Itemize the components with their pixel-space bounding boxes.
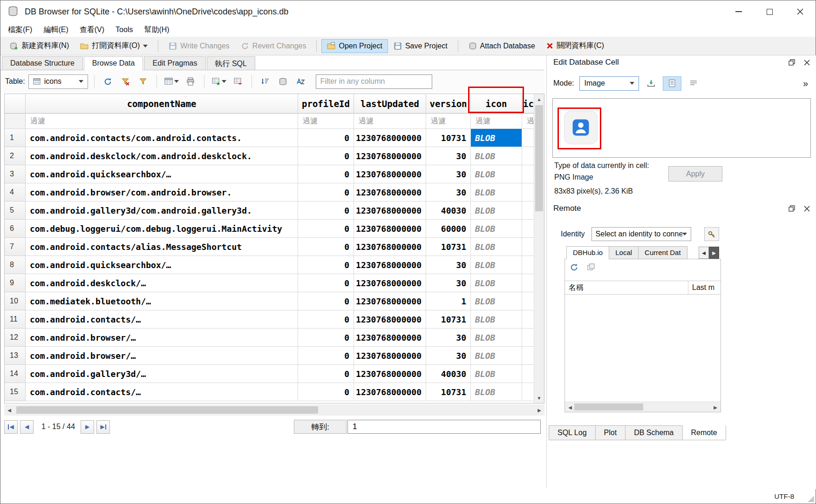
- data-cell[interactable]: BLOB: [471, 274, 522, 292]
- write-changes-button[interactable]: Write Changes: [163, 39, 235, 53]
- data-cell[interactable]: [522, 310, 534, 329]
- data-cell[interactable]: [522, 147, 534, 165]
- data-cell[interactable]: BLOB: [471, 292, 522, 310]
- data-cell[interactable]: com.android.contacts/…: [26, 310, 298, 329]
- more-tools-chevron[interactable]: »: [803, 78, 810, 89]
- refresh-button[interactable]: [101, 74, 115, 89]
- data-cell[interactable]: 0: [298, 310, 354, 329]
- data-cell[interactable]: [522, 347, 534, 365]
- column-filter-input[interactable]: 過濾: [354, 114, 426, 129]
- data-cell[interactable]: com.android.browser/com.android.browser.: [26, 183, 298, 202]
- tab-browse-data[interactable]: Browse Data: [84, 56, 143, 70]
- data-cell[interactable]: com.android.contacts/alias.MessageShortc…: [26, 238, 298, 256]
- data-cell[interactable]: 30: [426, 256, 471, 274]
- hscroll-thumb[interactable]: [16, 406, 318, 414]
- sort-records-button[interactable]: [258, 74, 272, 89]
- scroll-down-icon[interactable]: ▼: [534, 393, 544, 403]
- next-page-button[interactable]: ▶: [81, 420, 94, 434]
- dock-tab-sql-log[interactable]: SQL Log: [549, 425, 596, 440]
- delete-record-button[interactable]: [231, 74, 245, 89]
- column-header-profileid[interactable]: profileId: [298, 94, 354, 114]
- data-cell[interactable]: BLOB: [471, 220, 522, 238]
- row-number[interactable]: 2: [5, 147, 26, 165]
- data-cell[interactable]: [522, 202, 534, 220]
- row-number[interactable]: 3: [5, 165, 26, 183]
- data-cell[interactable]: [522, 383, 534, 401]
- data-cell[interactable]: [522, 329, 534, 347]
- column-header-lastupdated[interactable]: lastUpdated: [354, 94, 426, 114]
- data-cell[interactable]: 0: [298, 347, 354, 365]
- attach-database-button[interactable]: Attach Database: [463, 39, 541, 53]
- first-page-button[interactable]: ◀: [4, 420, 18, 434]
- table-select[interactable]: icons: [28, 74, 88, 89]
- data-cell[interactable]: 0: [298, 165, 354, 183]
- data-cell[interactable]: BLOB: [471, 383, 522, 401]
- data-cell[interactable]: com.android.browser/…: [26, 347, 298, 365]
- tab-sql[interactable]: 執行 SQL: [207, 56, 255, 70]
- data-cell[interactable]: 30: [426, 347, 471, 365]
- row-number[interactable]: 6: [5, 220, 26, 238]
- data-cell[interactable]: 40030: [426, 365, 471, 383]
- data-cell[interactable]: [522, 365, 534, 383]
- row-number[interactable]: 12: [5, 329, 26, 347]
- data-cell[interactable]: com.android.deskclock/com.android.deskcl…: [26, 147, 298, 165]
- data-cell[interactable]: com.android.gallery3d/…: [26, 365, 298, 383]
- menu-item[interactable]: 編輯(E): [38, 24, 74, 36]
- data-cell[interactable]: 0: [298, 274, 354, 292]
- data-cell[interactable]: [522, 274, 534, 292]
- data-cell[interactable]: [522, 256, 534, 274]
- remote-hscroll-thumb[interactable]: [574, 403, 643, 410]
- column-header-ic[interactable]: ic: [522, 94, 534, 114]
- data-cell[interactable]: BLOB: [471, 347, 522, 365]
- data-cell[interactable]: 0: [298, 147, 354, 165]
- word-wrap-button[interactable]: [686, 76, 701, 91]
- dock-tab-remote[interactable]: Remote: [682, 425, 726, 440]
- mode-select[interactable]: Image: [579, 76, 639, 91]
- data-cell[interactable]: 1230768000000: [354, 329, 426, 347]
- data-cell[interactable]: 10731: [426, 129, 471, 147]
- column-header-version[interactable]: version: [426, 94, 471, 114]
- data-cell[interactable]: 1230768000000: [354, 238, 426, 256]
- remote-column-header-tab[interactable]: 名稱: [565, 281, 688, 294]
- data-cell[interactable]: [522, 165, 534, 183]
- data-cell[interactable]: [522, 292, 534, 310]
- data-cell[interactable]: 1230768000000: [354, 147, 426, 165]
- float-panel-button[interactable]: [787, 203, 797, 214]
- row-number[interactable]: 7: [5, 238, 26, 256]
- data-cell[interactable]: BLOB: [471, 310, 522, 329]
- row-number[interactable]: 15: [5, 383, 26, 401]
- data-cell[interactable]: 1230768000000: [354, 183, 426, 202]
- column-filter-input[interactable]: 過濾: [426, 114, 471, 129]
- revert-changes-button[interactable]: Revert Changes: [235, 39, 312, 53]
- goto-input[interactable]: [347, 420, 541, 434]
- prev-page-button[interactable]: ◀: [20, 420, 34, 434]
- data-cell[interactable]: 1230768000000: [354, 383, 426, 401]
- data-cell[interactable]: 1230768000000: [354, 292, 426, 310]
- tab-scroll-right-button[interactable]: ▶: [709, 247, 719, 259]
- column-filter-input[interactable]: 過濾: [298, 114, 354, 129]
- data-cell[interactable]: BLOB: [471, 183, 522, 202]
- new-database-button[interactable]: 新建資料庫(N): [4, 38, 75, 54]
- text-mode-button[interactable]: [663, 76, 681, 91]
- data-cell[interactable]: com.android.contacts/com.android.contact…: [26, 129, 298, 147]
- close-button[interactable]: [785, 0, 816, 23]
- data-cell[interactable]: 1230768000000: [354, 310, 426, 329]
- close-database-button[interactable]: 關閉資料庫(C): [541, 38, 610, 54]
- data-cell[interactable]: 1: [426, 292, 471, 310]
- data-cell[interactable]: 0: [298, 220, 354, 238]
- print-button[interactable]: [184, 74, 198, 89]
- menu-item[interactable]: 幫助(H): [138, 24, 175, 36]
- data-cell[interactable]: [522, 220, 534, 238]
- data-cell[interactable]: BLOB: [471, 147, 522, 165]
- data-cell[interactable]: com.debug.loggerui/com.debug.loggerui.Ma…: [26, 220, 298, 238]
- data-cell[interactable]: 1230768000000: [354, 165, 426, 183]
- minimize-button[interactable]: [723, 0, 754, 23]
- data-cell[interactable]: 60000: [426, 220, 471, 238]
- data-cell[interactable]: com.android.browser/…: [26, 329, 298, 347]
- menu-item[interactable]: Tools: [110, 24, 138, 35]
- data-cell[interactable]: 30: [426, 274, 471, 292]
- vscroll-thumb[interactable]: [535, 105, 543, 211]
- data-cell[interactable]: 1230768000000: [354, 365, 426, 383]
- last-page-button[interactable]: ▶: [96, 420, 110, 434]
- scroll-right-icon[interactable]: ▶: [534, 404, 544, 416]
